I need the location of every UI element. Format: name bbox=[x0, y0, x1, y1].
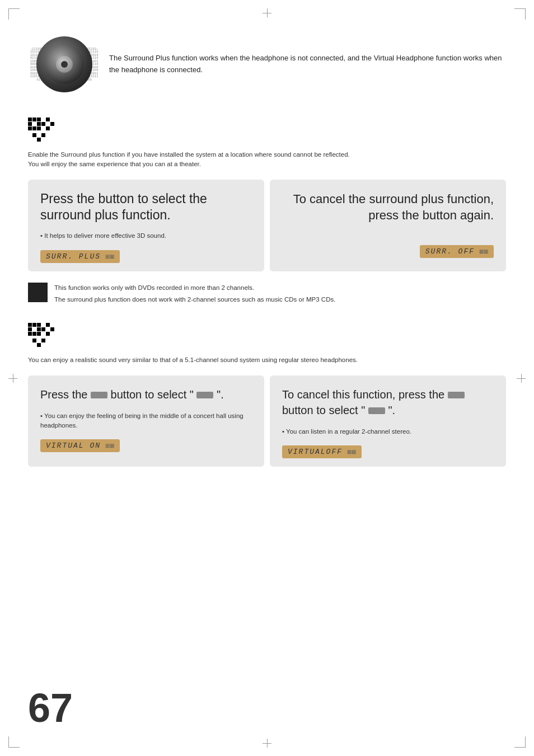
svg-rect-4 bbox=[37, 122, 41, 126]
virtual-lcd-off: VIRTUALOFF ⊠⊠ bbox=[282, 445, 362, 458]
surround-plus-desc: Enable the Surround plus function if you… bbox=[28, 150, 506, 170]
svg-rect-5 bbox=[28, 126, 32, 130]
svg-rect-22 bbox=[37, 332, 41, 336]
virtual-right-text2: button to select " bbox=[282, 404, 365, 416]
svg-rect-19 bbox=[37, 327, 41, 331]
caution-icon bbox=[28, 283, 48, 302]
caution-texts: This function works only with DVDs recor… bbox=[54, 283, 335, 307]
svg-rect-10 bbox=[46, 126, 50, 130]
crosshair-left bbox=[8, 374, 17, 383]
svg-rect-7 bbox=[37, 126, 41, 130]
surround-left-main-text: Press the button to select the surround … bbox=[40, 191, 252, 224]
surround-lcd-off: SURR. OFF ⊠⊠ bbox=[420, 245, 494, 258]
surround-right-box: To cancel the surround plus function, pr… bbox=[270, 180, 506, 271]
svg-rect-13 bbox=[41, 133, 45, 137]
svg-rect-24 bbox=[46, 323, 50, 327]
virtual-lcd-text-off: VIRTUALOFF bbox=[288, 448, 343, 456]
virtual-left-text2: button to select " bbox=[111, 388, 194, 401]
svg-rect-27 bbox=[32, 339, 36, 342]
svg-rect-0 bbox=[28, 118, 32, 121]
svg-rect-20 bbox=[28, 332, 32, 336]
svg-rect-9 bbox=[46, 118, 50, 121]
svg-rect-29 bbox=[37, 343, 41, 347]
caution-line1: This function works only with DVDs recor… bbox=[54, 283, 335, 293]
surround-lcd-icon-on: ⊞⊠ bbox=[105, 253, 114, 260]
virtual-left-main-text: Press the button to select " ". bbox=[40, 387, 252, 402]
virtual-lcd-icon-on: ⊞⊠ bbox=[105, 443, 114, 449]
virtual-left-text1: Press the bbox=[40, 388, 87, 401]
svg-rect-3 bbox=[28, 122, 32, 126]
virtual-left-box: Press the button to select " ". You can … bbox=[28, 375, 264, 467]
svg-rect-23 bbox=[41, 327, 45, 331]
virtual-right-box: To cancel this function, press the butto… bbox=[270, 375, 506, 467]
virtual-lcd-icon-off: ⊠⊠ bbox=[347, 449, 356, 455]
surround-lcd-text-on: SURR. PLUS bbox=[46, 252, 101, 261]
svg-rect-17 bbox=[37, 323, 41, 327]
svg-rect-15 bbox=[28, 323, 32, 327]
surround-left-box: Press the button to select the surround … bbox=[28, 180, 264, 271]
speaker-image: 0111000110011010001010110000000011010101… bbox=[28, 28, 101, 101]
virtual-right-bullet: You can listen in a regular 2-channel st… bbox=[282, 422, 494, 441]
page: 0111000110011010001010110000000011010101… bbox=[0, 0, 534, 756]
caution-box: This function works only with DVDs recor… bbox=[28, 283, 506, 307]
surround-instruction-row: Press the button to select the surround … bbox=[28, 180, 506, 271]
surround-lcd-icon-off: ⊠⊠ bbox=[479, 248, 488, 255]
surround-right-main-text: To cancel the surround plus function, pr… bbox=[282, 191, 494, 224]
crosshair-right bbox=[517, 374, 526, 383]
virtual-lcd-on: VIRTUAL ON ⊞⊠ bbox=[40, 439, 120, 452]
crosshair-top bbox=[263, 8, 271, 17]
virtual-btn-placeholder-right2 bbox=[368, 407, 385, 414]
corner-mark-tr bbox=[514, 8, 526, 20]
svg-rect-6 bbox=[32, 126, 36, 130]
corner-mark-bl bbox=[8, 736, 20, 748]
svg-rect-14 bbox=[37, 138, 41, 142]
virtual-headphone-icon bbox=[28, 323, 506, 350]
svg-rect-11 bbox=[50, 122, 54, 126]
surround-plus-icon bbox=[28, 118, 506, 144]
virtual-instruction-row: Press the button to select " ". You can … bbox=[28, 375, 506, 467]
crosshair-bottom bbox=[263, 739, 271, 748]
surround-lcd-text-off: SURR. OFF bbox=[425, 247, 475, 256]
svg-rect-12 bbox=[32, 133, 36, 137]
virtual-headphone-section: You can enjoy a realistic sound very sim… bbox=[28, 323, 506, 467]
virtual-lcd-text-on: VIRTUAL ON bbox=[46, 442, 101, 450]
surround-left-bullet: It helps to deliver more effective 3D so… bbox=[40, 227, 252, 245]
virtual-right-main-text: To cancel this function, press the butto… bbox=[282, 387, 494, 418]
virtual-btn-placeholder-right bbox=[448, 392, 465, 398]
corner-mark-tl bbox=[8, 8, 20, 20]
corner-mark-br bbox=[514, 736, 526, 748]
virtual-btn-placeholder-left2 bbox=[196, 392, 213, 398]
svg-rect-8 bbox=[41, 122, 45, 126]
svg-rect-28 bbox=[41, 339, 45, 342]
top-section: 0111000110011010001010110000000011010101… bbox=[28, 28, 506, 101]
svg-rect-2 bbox=[37, 118, 41, 121]
svg-rect-1 bbox=[32, 118, 36, 121]
speaker-circle bbox=[36, 36, 92, 92]
svg-rect-16 bbox=[32, 323, 36, 327]
virtual-left-text3: ". bbox=[217, 388, 224, 401]
svg-rect-26 bbox=[50, 327, 54, 331]
svg-rect-18 bbox=[28, 327, 32, 331]
top-description: The Surround Plus function works when th… bbox=[109, 53, 506, 76]
virtual-left-bullet: You can enjoy the feeling of being in th… bbox=[40, 407, 252, 435]
page-number: 67 bbox=[28, 685, 73, 731]
caution-line2: The surround plus function does not work… bbox=[54, 294, 335, 304]
svg-rect-21 bbox=[32, 332, 36, 336]
surround-plus-section: Enable the Surround plus function if you… bbox=[28, 118, 506, 306]
svg-rect-25 bbox=[46, 332, 50, 336]
virtual-right-text3: ". bbox=[388, 404, 395, 416]
virtual-btn-placeholder-left bbox=[91, 392, 107, 398]
surround-lcd-on: SURR. PLUS ⊞⊠ bbox=[40, 250, 120, 263]
virtual-section-desc: You can enjoy a realistic sound very sim… bbox=[28, 355, 506, 365]
virtual-right-text1: To cancel this function, press the bbox=[282, 388, 444, 401]
